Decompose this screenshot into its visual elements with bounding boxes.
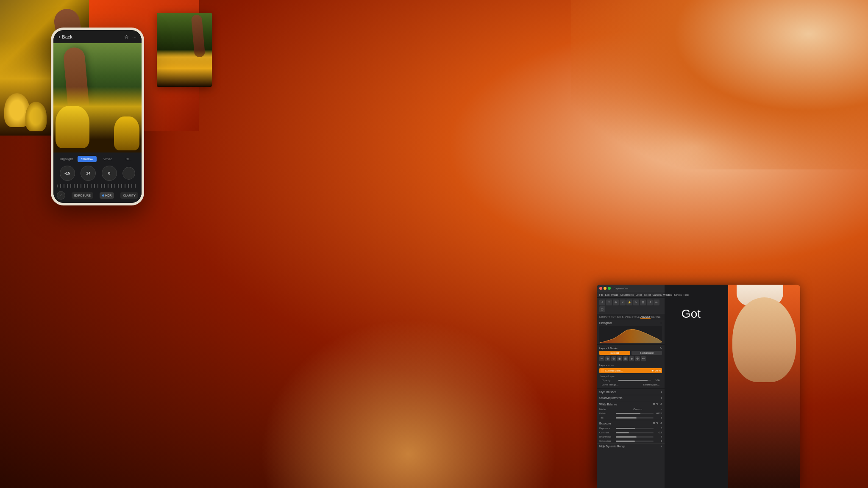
style-brushes-header[interactable]: Style Brushes › [597,389,665,395]
phone-tab-highlight[interactable]: Highlight [57,156,76,162]
maximize-button[interactable] [608,287,611,290]
exposure-slider[interactable] [616,428,654,429]
phone-hdr-button[interactable]: HDR [100,192,114,199]
wb-icon-3[interactable]: ↺ [659,402,662,406]
thumbnail-photo-top [157,13,212,87]
high-dynamic-range-label: High Dynamic Range [599,445,625,448]
phone-nav-left[interactable]: ‹ [57,191,65,200]
histogram-close[interactable]: − [660,322,662,324]
tab-style[interactable]: STYLE [632,316,640,319]
background-btn[interactable]: Background [632,351,662,355]
subject-mask-layer[interactable]: Subject Mask 1 👁 90 % [599,368,662,373]
layer-options-icon[interactable]: ⋯ [611,363,614,366]
opacity-slider[interactable] [618,380,651,381]
brush-tool-8[interactable]: ⊷ [641,356,646,361]
thumb-flowers [157,50,212,87]
brightness-slider[interactable] [616,436,654,438]
menu-camera[interactable]: Camera [652,294,661,296]
tool-auto-adjust[interactable]: ⚡ [626,299,632,305]
brush-tool-3[interactable]: ⊖ [611,356,616,361]
white-balance-header[interactable]: White Balance ⊕ ✎ ↺ [597,401,665,407]
high-dynamic-range-header[interactable]: High Dynamic Range › [597,443,665,449]
bg-gradient-top-right [571,0,868,169]
menu-help[interactable]: Help [683,294,688,296]
tool-import[interactable]: ⇩ [599,299,605,305]
exposure-header[interactable]: Exposure ⊕ ✎ ↺ [597,420,665,426]
software-menubar: File Edit Image Adjustments Layer Select… [597,292,665,298]
luma-range-row[interactable]: Luma Range... Refine Mask... [599,383,662,387]
exp-icon-3[interactable]: ↺ [659,421,662,425]
layer-visibility-icon[interactable]: 👁 [651,369,654,372]
brush-icon: ✏ [655,301,658,304]
phone-clarity-button[interactable]: CLARITY [120,192,138,199]
phone-tab-bl[interactable]: Bl... [119,156,138,162]
exp-icon-2[interactable]: ✎ [656,421,659,425]
brush-tool-1[interactable]: ✏ [599,356,604,361]
menu-edit[interactable]: Edit [605,294,609,296]
tool-share[interactable]: ↗ [620,299,626,305]
phone-tab-white[interactable]: White [98,156,117,162]
minimize-button[interactable] [604,287,606,290]
tab-share[interactable]: SHARE [622,316,631,319]
wb-icon-1[interactable]: ⊕ [653,402,655,406]
menu-scripts[interactable]: Scripts [674,294,682,296]
layers-masks-header: Layers & Masks ✎ [599,347,662,349]
contrast-value: -13 [655,431,662,434]
exposure-slider-fill [616,428,635,429]
phone-knob-4[interactable] [122,167,135,180]
phone-knob-1[interactable]: -15 [60,166,75,181]
phone-knob-3[interactable]: 0 [102,166,117,181]
phone-knob-2[interactable]: 14 [81,166,96,181]
style-brushes-label: Style Brushes [599,391,616,394]
menu-select[interactable]: Select [644,294,651,296]
brush-tool-4[interactable]: ◉ [617,356,622,361]
tool-cursor[interactable]: ↖ [633,299,639,305]
tool-erase[interactable]: ◻ [599,306,605,312]
tool-export[interactable]: ⇧ [606,299,612,305]
luma-range-label: Luma Range... [602,383,618,386]
brush-tool-5[interactable]: ⊞ [623,356,628,361]
tab-adjust[interactable]: ADJUST [640,316,650,319]
phone-flowers-yellow1 [56,106,89,148]
wb-icon-2[interactable]: ✎ [656,402,659,406]
tab-refine[interactable]: REFINE [651,316,661,319]
tint-slider[interactable] [616,417,654,419]
import-icon: ⇩ [601,301,604,304]
close-button[interactable] [599,287,602,290]
subject-btn[interactable]: Subject [599,351,630,355]
brush-tool-7[interactable]: ❖ [635,356,640,361]
exp-icon-1[interactable]: ⊕ [653,421,655,425]
menu-image[interactable]: Image [611,294,618,296]
phone-exposure-button[interactable]: EXPOSURE [72,192,93,199]
tool-brush[interactable]: ✏ [654,299,659,305]
menu-window[interactable]: Window [663,294,672,296]
portrait-photo [728,285,800,488]
phone-top-bar: ‹ Back ☆ ··· [53,30,142,43]
brush-tool-2[interactable]: ⊕ [605,356,610,361]
tab-tether[interactable]: TETHER [611,316,621,319]
menu-adjustments[interactable]: Adjustments [620,294,634,296]
layers-masks-edit-icon[interactable]: ✎ [660,347,662,349]
kelvin-slider[interactable] [616,413,654,414]
saturation-slider[interactable] [616,441,654,442]
saturation-slider-fill [616,441,635,442]
tool-rotate[interactable]: ↺ [647,299,653,305]
menu-file[interactable]: File [599,294,604,296]
wb-mode-arrow[interactable]: › [661,408,662,410]
phone-slider-strip[interactable] [57,184,138,188]
tool-tether[interactable]: ⊕ [613,299,619,305]
tab-library[interactable]: LIBRARY [599,316,610,319]
opacity-value: 100 [653,379,659,382]
hdr-chevron: › [661,445,662,448]
wb-mode-value: Custom [633,408,642,410]
tool-crop[interactable]: ⊞ [640,299,646,305]
brush-tool-6[interactable]: ◈ [629,356,634,361]
phone-back-button[interactable]: ‹ Back [58,33,72,40]
contrast-slider[interactable] [616,432,654,433]
subject-background-selector: Subject Background [599,351,662,355]
menu-layer[interactable]: Layer [636,294,642,296]
phone-tab-shadow[interactable]: Shadow [78,156,97,162]
add-layer-btn[interactable]: + [608,364,610,366]
smart-adjustments-header[interactable]: Smart Adjustments › [597,395,665,401]
laptop-mockup: Capture One File Edit Image Adjustments … [597,285,868,488]
